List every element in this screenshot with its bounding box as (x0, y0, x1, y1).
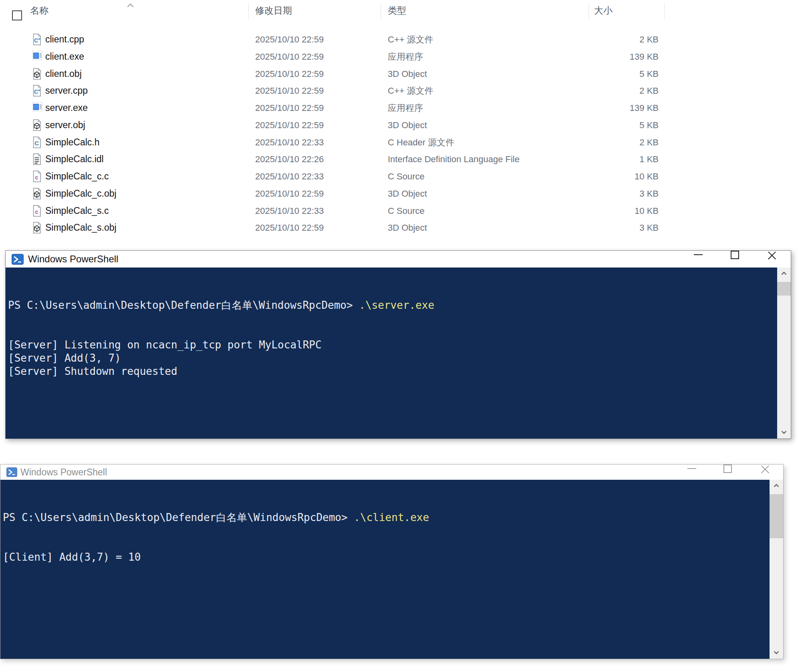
file-modified-date: 2025/10/10 22:59 (255, 117, 324, 134)
scrollbar-thumb[interactable] (777, 282, 791, 296)
file-name: server.cpp (45, 82, 88, 99)
window-title: Windows PowerShell (20, 465, 107, 480)
file-size: 10 KB (577, 168, 659, 185)
maximize-button[interactable] (718, 465, 737, 480)
file-modified-date: 2025/10/10 22:59 (255, 31, 324, 48)
scroll-up-button[interactable] (770, 480, 783, 492)
file-name: client.exe (45, 48, 84, 65)
column-header-date[interactable]: 修改日期 (255, 0, 292, 21)
file-name: SimpleCalc_s.c (45, 202, 109, 219)
file-row[interactable]: C+ client.cpp 2025/10/10 22:59 C++ 源文件 2… (0, 31, 705, 48)
cpp-file-icon: C+ (32, 85, 42, 97)
file-row[interactable]: server.exe 2025/10/10 22:59 应用程序 139 KB (0, 99, 705, 117)
obj-file-icon (32, 68, 42, 80)
minimize-button[interactable] (689, 251, 707, 268)
exe-file-icon (32, 50, 42, 63)
console-output-area[interactable]: PS C:\Users\admin\Desktop\Defender白名单\Wi… (6, 268, 791, 439)
file-modified-date: 2025/10/10 22:59 (255, 185, 324, 202)
file-type: 3D Object (388, 185, 427, 202)
close-button[interactable] (763, 251, 781, 268)
file-row[interactable]: server.obj 2025/10/10 22:59 3D Object 5 … (0, 117, 705, 134)
file-size: 5 KB (577, 117, 659, 134)
file-name: server.obj (45, 117, 85, 134)
file-row[interactable]: C+ server.cpp 2025/10/10 22:59 C++ 源文件 2… (0, 82, 705, 99)
column-header-size[interactable]: 大小 (594, 0, 613, 21)
file-row[interactable]: SimpleCalc.idl 2025/10/10 22:26 Interfac… (0, 151, 705, 168)
maximize-icon (723, 465, 732, 473)
powershell-window-client: Windows PowerShell PS C:\Users\admin\Des… (0, 464, 784, 659)
file-row[interactable]: SimpleCalc_s.obj 2025/10/10 22:59 3D Obj… (0, 219, 705, 236)
titlebar[interactable]: Windows PowerShell (6, 251, 791, 268)
file-type: C Source (388, 202, 425, 219)
file-modified-date: 2025/10/10 22:59 (255, 48, 324, 65)
close-button[interactable] (756, 465, 774, 480)
file-type: 应用程序 (388, 99, 423, 117)
minimize-icon (694, 254, 703, 255)
column-divider[interactable] (664, 3, 665, 19)
column-header-type[interactable]: 类型 (388, 0, 406, 21)
scroll-down-button[interactable] (777, 427, 791, 439)
svg-text:C: C (34, 140, 39, 147)
console-output-area[interactable]: PS C:\Users\admin\Desktop\Defender白名单\Wi… (0, 480, 783, 659)
file-name: SimpleCalc.idl (45, 151, 104, 168)
close-icon (767, 251, 777, 260)
console-output-line: [Server] Shutdown requested (8, 365, 775, 378)
minimize-icon (687, 468, 696, 469)
exe-file-icon (32, 102, 42, 114)
column-header-name[interactable]: 名称 (30, 0, 48, 21)
prompt-line: PS C:\Users\admin\Desktop\Defender白名单\Wi… (8, 299, 775, 312)
prompt-path: PS C:\Users\admin\Desktop\Defender白名单\Wi… (3, 511, 348, 523)
h-file-icon: C (32, 136, 42, 149)
vertical-scrollbar[interactable] (777, 268, 791, 439)
prompt-path: PS C:\Users\admin\Desktop\Defender白名单\Wi… (8, 299, 353, 311)
vertical-scrollbar[interactable] (770, 480, 783, 659)
file-modified-date: 2025/10/10 22:26 (255, 151, 324, 168)
file-modified-date: 2025/10/10 22:33 (255, 168, 324, 185)
file-row[interactable]: c SimpleCalc_s.c 2025/10/10 22:33 C Sour… (0, 202, 705, 219)
file-modified-date: 2025/10/10 22:59 (255, 219, 324, 236)
svg-text:+: + (38, 36, 40, 41)
file-row[interactable]: client.obj 2025/10/10 22:59 3D Object 5 … (0, 65, 705, 82)
file-modified-date: 2025/10/10 22:33 (255, 202, 324, 219)
file-name: client.cpp (45, 31, 84, 48)
file-name: SimpleCalc_c.obj (45, 185, 117, 202)
file-row[interactable]: C SimpleCalc.h 2025/10/10 22:33 C Header… (0, 134, 705, 151)
maximize-button[interactable] (725, 251, 744, 268)
obj-file-icon (32, 119, 42, 131)
maximize-icon (731, 251, 739, 259)
svg-text:c: c (35, 174, 38, 181)
file-name: SimpleCalc_c.c (45, 168, 109, 185)
scroll-up-button[interactable] (777, 268, 791, 280)
scrollbar-thumb[interactable] (770, 494, 783, 538)
file-modified-date: 2025/10/10 22:59 (255, 82, 324, 99)
column-divider[interactable] (381, 3, 381, 19)
file-modified-date: 2025/10/10 22:33 (255, 134, 324, 151)
minimize-button[interactable] (683, 465, 701, 480)
file-type: Interface Definition Language File (388, 151, 520, 168)
scroll-down-button[interactable] (770, 647, 783, 659)
file-type: 3D Object (388, 65, 427, 82)
svg-text:+: + (38, 88, 40, 93)
select-all-checkbox[interactable] (12, 10, 22, 20)
file-row[interactable]: client.exe 2025/10/10 22:59 应用程序 139 KB (0, 48, 705, 65)
column-divider[interactable] (588, 3, 589, 19)
file-size: 2 KB (577, 31, 659, 48)
console-output-line: [Server] Add(3, 7) (8, 352, 775, 365)
file-row[interactable]: SimpleCalc_c.obj 2025/10/10 22:59 3D Obj… (0, 185, 705, 202)
sort-ascending-icon[interactable] (127, 3, 133, 8)
titlebar[interactable]: Windows PowerShell (0, 465, 783, 480)
column-divider[interactable] (248, 3, 249, 19)
file-type: C++ 源文件 (388, 31, 433, 48)
file-type: C++ 源文件 (388, 82, 433, 99)
file-type: C Header 源文件 (388, 134, 454, 151)
console-output-lines: [Server] Listening on ncacn_ip_tcp port … (8, 338, 775, 378)
cpp-file-icon: C+ (32, 33, 42, 46)
file-size: 10 KB (577, 202, 659, 219)
file-row[interactable]: c SimpleCalc_c.c 2025/10/10 22:33 C Sour… (0, 168, 705, 185)
file-type: 应用程序 (388, 48, 423, 65)
obj-file-icon (32, 221, 42, 234)
file-modified-date: 2025/10/10 22:59 (255, 99, 324, 117)
file-type: 3D Object (388, 117, 427, 134)
svg-text:c: c (35, 209, 38, 215)
c-file-icon: c (32, 170, 42, 183)
